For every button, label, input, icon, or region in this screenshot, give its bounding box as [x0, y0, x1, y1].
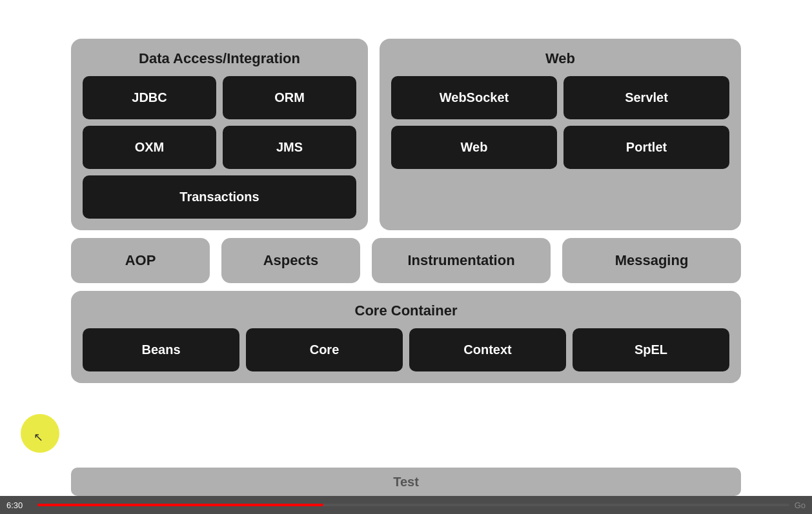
progress-bar-fill: [37, 504, 323, 506]
data-access-grid: JDBC ORM OXM JMS Transactions: [83, 76, 356, 219]
oxm-btn: OXM: [83, 126, 216, 169]
orm-btn: ORM: [223, 76, 356, 119]
jms-btn: JMS: [223, 126, 356, 169]
core-container-title: Core Container: [83, 302, 729, 319]
aspects-box: Aspects: [221, 238, 360, 283]
jdbc-btn: JDBC: [83, 76, 216, 119]
video-area: Data Access/Integration JDBC ORM OXM JMS…: [0, 0, 812, 514]
top-row: Data Access/Integration JDBC ORM OXM JMS…: [71, 39, 741, 230]
context-btn: Context: [409, 328, 566, 371]
web-btn: Web: [391, 126, 557, 169]
web-grid: WebSocket Servlet Web Portlet: [391, 76, 729, 169]
data-access-title: Data Access/Integration: [83, 50, 356, 67]
aop-box: AOP: [71, 238, 210, 283]
web-section: Web WebSocket Servlet Web Portlet: [380, 39, 741, 230]
web-title: Web: [391, 50, 729, 67]
core-grid: Beans Core Context SpEL: [83, 328, 729, 371]
core-container-row: Core Container Beans Core Context SpEL: [71, 291, 741, 383]
websocket-btn: WebSocket: [391, 76, 557, 119]
data-access-section: Data Access/Integration JDBC ORM OXM JMS…: [71, 39, 368, 230]
test-bar: Test: [71, 468, 741, 496]
portlet-btn: Portlet: [563, 126, 729, 169]
servlet-btn: Servlet: [563, 76, 729, 119]
spel-btn: SpEL: [573, 328, 729, 371]
middle-row: AOP Aspects Instrumentation Messaging: [71, 238, 741, 283]
transactions-btn: Transactions: [83, 175, 356, 219]
video-controls[interactable]: 6:30 Go: [0, 496, 812, 514]
core-btn: Core: [246, 328, 403, 371]
cursor-arrow: ↖: [34, 430, 43, 444]
core-container-section: Core Container Beans Core Context SpEL: [71, 291, 741, 383]
time-display: 6:30: [6, 500, 32, 510]
go-button[interactable]: Go: [795, 500, 806, 510]
progress-bar-track[interactable]: [37, 504, 789, 506]
instrumentation-box: Instrumentation: [372, 238, 551, 283]
messaging-box: Messaging: [562, 238, 741, 283]
beans-btn: Beans: [83, 328, 239, 371]
diagram-container: Data Access/Integration JDBC ORM OXM JMS…: [71, 39, 741, 450]
